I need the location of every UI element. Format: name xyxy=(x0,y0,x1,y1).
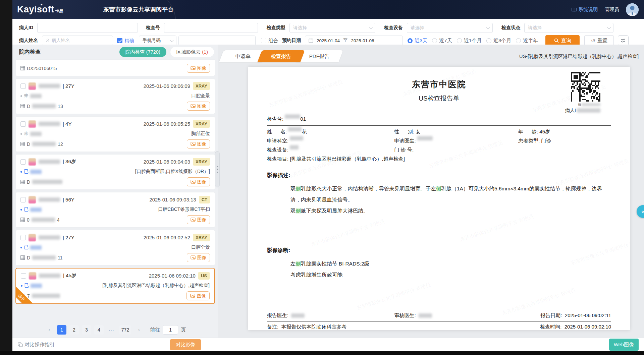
patient-id-input[interactable] xyxy=(37,23,138,33)
req-doctor-redacted xyxy=(417,136,433,140)
phone-type-select[interactable]: 手机号码 xyxy=(139,36,176,46)
patient-avatar xyxy=(29,272,36,280)
modality-badge: XRAY xyxy=(193,158,210,166)
image-button[interactable]: 图像 xyxy=(187,215,210,224)
page-button[interactable]: 2 xyxy=(69,325,79,335)
next-page-button[interactable]: › xyxy=(134,325,144,335)
accession-redacted xyxy=(32,180,62,184)
image-button[interactable]: 图像 xyxy=(187,102,210,111)
panel-resize-handle[interactable] xyxy=(215,151,220,187)
phone-input[interactable] xyxy=(178,36,256,46)
brand-suffix: 卡易 xyxy=(55,8,63,14)
exam-device-select[interactable]: 请选择 xyxy=(407,23,493,33)
exam-item-value: [乳腺及其引流区淋巴结彩超（乳腺中心）,超声检查] xyxy=(290,154,405,163)
image-button[interactable]: 图像 xyxy=(186,291,210,300)
diag-section-title: 影像诊断: xyxy=(267,247,611,254)
divider xyxy=(267,321,611,321)
patient-name-redacted xyxy=(39,84,60,88)
exam-item-label: 检查项目: xyxy=(267,154,288,163)
exam-card[interactable]: | 45岁 2025-01-06 09:02:10 US 已 [乳腺及其引流区淋… xyxy=(15,268,215,304)
accession-number: 7 xyxy=(21,293,62,299)
exam-checkbox[interactable] xyxy=(20,159,26,165)
tab-exam-report[interactable]: 检查报告 xyxy=(257,50,305,62)
status-redacted xyxy=(30,245,42,250)
screen-edge-bottom xyxy=(0,351,644,355)
exam-checkbox[interactable] xyxy=(20,121,26,127)
exam-checkbox[interactable] xyxy=(21,273,26,279)
exam-card[interactable]: | 27Y 2025-01-06 09:06:09 XRAY 未 口腔全景 D1… xyxy=(15,78,215,114)
exam-no-input[interactable] xyxy=(164,23,258,33)
exam-type-select[interactable]: 请选择 xyxy=(289,23,375,33)
exam-description: 胸部正位 xyxy=(191,131,210,137)
goto-page-input[interactable]: 1 xyxy=(163,325,178,335)
tab-hospital-exams[interactable]: 院内检查 (7720) xyxy=(119,47,166,57)
patient-name-redacted xyxy=(39,235,60,240)
age-value: 45岁 xyxy=(539,127,550,136)
image-button[interactable]: 图像 xyxy=(187,64,210,73)
compare-guide-link[interactable]: 对比操作指引 xyxy=(18,342,55,348)
watermark-text: 东营市影像云共享调阅平台 管理员 xyxy=(310,218,385,248)
status-dot xyxy=(20,133,22,135)
accession-grid-icon xyxy=(20,180,25,184)
image-icon xyxy=(191,104,196,108)
combo-checkbox[interactable] xyxy=(261,38,266,43)
patient-avatar xyxy=(29,158,36,166)
exam-checkbox[interactable] xyxy=(20,197,26,202)
exam-card[interactable]: | 36岁 2025-01-06 09:04:03 XRAY 已 [口腔曲面断层… xyxy=(15,154,215,190)
reset-icon: ↺ xyxy=(591,38,595,44)
diag-line-2: 考虑乳腺增生所致可能 xyxy=(290,269,611,280)
modality-badge: XRAY xyxy=(193,82,210,90)
tab-regional-cloud[interactable]: 区域影像云 (1) xyxy=(170,47,214,57)
dept-label: 申请科室: xyxy=(267,136,288,145)
date-range-picker[interactable]: 2025-01-04 至 2025-01-06 xyxy=(305,36,403,46)
sparkle-icon: ✦ xyxy=(40,3,43,6)
exam-checkbox[interactable] xyxy=(20,83,26,89)
patient-id-label: 病人ID xyxy=(19,25,33,31)
quick-range-radio[interactable] xyxy=(516,38,521,43)
desc-section-title: 影像描述: xyxy=(267,172,611,179)
accession-number: D13 xyxy=(20,104,63,109)
status-redacted xyxy=(30,170,42,174)
page-ellipsis[interactable]: ··· xyxy=(107,325,116,335)
patient-name-input[interactable]: 病人姓名 xyxy=(42,36,113,46)
quick-range-label: 近3天 xyxy=(415,38,427,44)
image-button[interactable]: 图像 xyxy=(187,177,210,186)
quick-range-radio[interactable] xyxy=(457,38,462,43)
patient-avatar xyxy=(29,120,36,128)
quick-range-radio[interactable] xyxy=(486,38,491,43)
web-image-button[interactable]: Web图像 xyxy=(609,339,639,351)
outpatient-no-label: 门 诊 号: xyxy=(394,145,414,154)
prev-page-button[interactable]: ‹ xyxy=(45,325,54,335)
exam-card[interactable]: | 4Y 2025-01-06 09:05:25 XRAY 未 胸部正位 D12… xyxy=(15,116,215,152)
page-button[interactable]: 772 xyxy=(119,325,131,335)
date-to: 2025-01-06 xyxy=(351,38,374,43)
calendar-icon xyxy=(309,38,313,43)
quick-range-radio[interactable] xyxy=(432,38,437,43)
image-icon xyxy=(191,66,196,70)
accession-grid-icon xyxy=(20,218,25,222)
exam-card[interactable]: | 56Y 2025-01-06 09:03:13 CT 已 口腔CBCT锥形束… xyxy=(15,192,215,228)
bottom-toolbar: 对比操作指引 对比影像 Web图像 xyxy=(12,338,644,351)
patient-name-redacted xyxy=(39,274,60,278)
page-button[interactable]: 3 xyxy=(82,325,91,335)
exam-status-select[interactable]: 请选择 xyxy=(524,23,613,33)
page-button[interactable]: 4 xyxy=(94,325,104,335)
exact-match-checkbox[interactable] xyxy=(117,38,122,43)
exam-description: 口腔CBCT锥形束CT平扫 xyxy=(158,206,210,213)
image-button[interactable]: 图像 xyxy=(187,253,210,262)
user-avatar[interactable] xyxy=(626,3,639,16)
status-redacted xyxy=(31,284,42,288)
exam-checkbox[interactable] xyxy=(20,235,26,240)
exam-card-partial[interactable]: DX250106015图像 xyxy=(15,59,215,76)
page-button[interactable]: 1 xyxy=(57,325,66,335)
compare-images-button[interactable]: 对比影像 xyxy=(170,339,201,350)
panel-title: 院内检查 xyxy=(19,49,41,56)
current-user-label[interactable]: 管理员 xyxy=(605,6,620,13)
quick-range-radio[interactable] xyxy=(408,38,413,43)
system-help-link[interactable]: 系统说明 xyxy=(572,6,598,13)
watermark-text: 东营市影像云共享调阅平台 管理员 xyxy=(459,213,534,243)
quick-range-label: 近半年 xyxy=(523,38,538,44)
desc-paragraph-1: 双侧乳腺形态大小正常，内结构清晰，导管未见明显增宽。于左侧乳腺（1A）可见大小约… xyxy=(290,183,611,205)
exam-card[interactable]: | 27Y 2025-01-06 09:02:52 XRAY 已 口腔全景 D1… xyxy=(15,230,215,265)
image-button[interactable]: 图像 xyxy=(187,139,210,149)
